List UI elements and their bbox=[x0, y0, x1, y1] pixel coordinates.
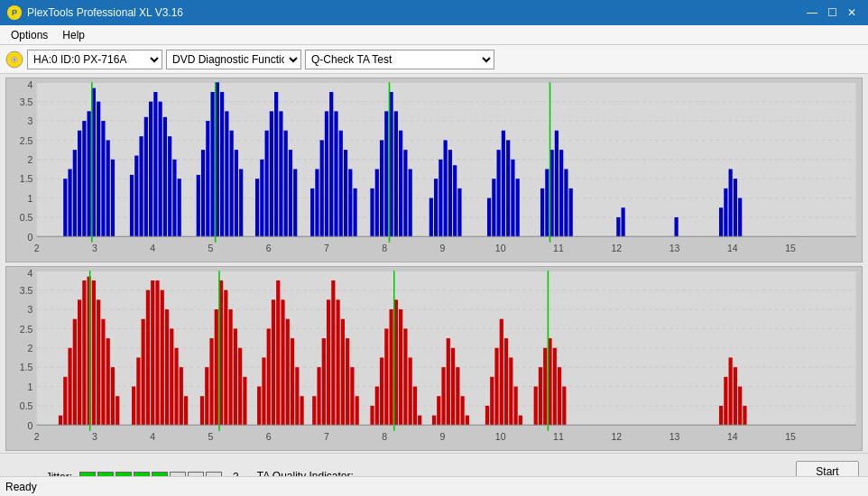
bottom-chart: 0 0.5 1 1.5 2 2.5 3 3.5 4 2 3 4 5 6 7 8 … bbox=[6, 267, 862, 450]
svg-text:3: 3 bbox=[28, 304, 33, 315]
svg-rect-90 bbox=[370, 188, 374, 236]
svg-rect-45 bbox=[101, 121, 105, 236]
svg-text:1.5: 1.5 bbox=[20, 363, 33, 373]
maximize-button[interactable]: ☐ bbox=[823, 4, 841, 22]
svg-rect-69 bbox=[239, 169, 243, 236]
function-select[interactable]: DVD Diagnostic Functions bbox=[166, 50, 301, 69]
svg-rect-184 bbox=[155, 280, 159, 425]
svg-rect-254 bbox=[553, 348, 557, 426]
svg-rect-112 bbox=[511, 160, 514, 237]
svg-rect-174 bbox=[101, 319, 105, 426]
svg-rect-200 bbox=[243, 377, 246, 425]
svg-rect-108 bbox=[492, 179, 495, 236]
svg-rect-223 bbox=[375, 387, 379, 426]
svg-rect-246 bbox=[504, 338, 508, 425]
svg-rect-259 bbox=[724, 377, 727, 425]
svg-rect-68 bbox=[235, 150, 238, 236]
svg-rect-240 bbox=[460, 396, 464, 425]
svg-rect-209 bbox=[291, 338, 294, 425]
svg-rect-104 bbox=[448, 150, 452, 236]
svg-rect-72 bbox=[260, 160, 263, 237]
svg-text:13: 13 bbox=[669, 243, 680, 253]
svg-text:2: 2 bbox=[34, 431, 40, 442]
svg-rect-198 bbox=[234, 329, 237, 426]
svg-text:7: 7 bbox=[324, 243, 329, 253]
svg-text:0.5: 0.5 bbox=[20, 212, 33, 223]
svg-rect-256 bbox=[562, 387, 566, 426]
svg-rect-81 bbox=[315, 169, 319, 236]
svg-text:14: 14 bbox=[727, 243, 738, 253]
svg-text:3: 3 bbox=[28, 115, 33, 126]
svg-rect-230 bbox=[409, 358, 412, 426]
main-content: 0 0.5 1 1.5 2 2.5 3 3.5 4 2 3 4 5 6 7 8 … bbox=[0, 74, 868, 476]
svg-rect-125 bbox=[719, 207, 723, 236]
svg-rect-75 bbox=[274, 92, 278, 236]
svg-text:10: 10 bbox=[495, 243, 506, 253]
svg-rect-188 bbox=[174, 348, 178, 426]
svg-text:15: 15 bbox=[785, 243, 796, 253]
svg-text:1.5: 1.5 bbox=[20, 173, 33, 184]
svg-rect-194 bbox=[215, 309, 218, 425]
svg-rect-78 bbox=[289, 150, 292, 236]
svg-rect-204 bbox=[267, 329, 271, 426]
svg-rect-100 bbox=[429, 198, 433, 237]
svg-rect-97 bbox=[403, 150, 407, 236]
svg-rect-232 bbox=[418, 416, 421, 426]
svg-rect-210 bbox=[295, 367, 299, 425]
test-select[interactable]: Q-Check TA Test bbox=[305, 50, 494, 69]
svg-rect-220 bbox=[350, 367, 354, 425]
svg-rect-123 bbox=[622, 207, 625, 236]
svg-text:3: 3 bbox=[92, 431, 97, 442]
svg-rect-226 bbox=[389, 309, 392, 425]
svg-text:9: 9 bbox=[440, 431, 446, 442]
svg-rect-243 bbox=[490, 377, 494, 425]
svg-rect-176 bbox=[111, 367, 115, 425]
svg-rect-219 bbox=[346, 338, 349, 425]
svg-rect-249 bbox=[519, 416, 522, 426]
charts-area: 0 0.5 1 1.5 2 2.5 3 3.5 4 2 3 4 5 6 7 8 … bbox=[0, 74, 868, 453]
svg-rect-101 bbox=[434, 179, 438, 236]
menu-options[interactable]: Options bbox=[4, 27, 55, 43]
svg-rect-98 bbox=[409, 169, 412, 236]
svg-text:2.5: 2.5 bbox=[20, 135, 33, 146]
svg-rect-197 bbox=[228, 309, 232, 425]
svg-rect-120 bbox=[569, 188, 573, 236]
svg-rect-193 bbox=[209, 338, 213, 425]
svg-rect-205 bbox=[272, 299, 275, 425]
svg-rect-65 bbox=[220, 92, 224, 236]
svg-rect-83 bbox=[325, 111, 328, 236]
svg-text:13: 13 bbox=[669, 431, 680, 442]
svg-rect-196 bbox=[224, 290, 227, 426]
svg-text:9: 9 bbox=[440, 243, 446, 253]
svg-rect-185 bbox=[161, 290, 164, 426]
svg-rect-262 bbox=[738, 387, 742, 426]
svg-text:11: 11 bbox=[553, 431, 564, 442]
svg-rect-252 bbox=[543, 348, 547, 426]
svg-rect-93 bbox=[384, 111, 388, 236]
svg-text:4: 4 bbox=[28, 79, 33, 90]
svg-rect-44 bbox=[97, 102, 100, 237]
svg-rect-58 bbox=[172, 160, 176, 237]
svg-rect-213 bbox=[317, 367, 320, 425]
close-button[interactable]: ✕ bbox=[843, 4, 861, 22]
svg-rect-245 bbox=[500, 319, 503, 426]
drive-select[interactable]: HA:0 ID:0 PX-716A bbox=[27, 50, 162, 69]
svg-text:3.5: 3.5 bbox=[20, 285, 33, 296]
svg-rect-242 bbox=[485, 406, 489, 425]
svg-text:7: 7 bbox=[324, 431, 329, 442]
svg-text:2: 2 bbox=[34, 243, 40, 253]
svg-text:4: 4 bbox=[150, 243, 155, 253]
svg-rect-215 bbox=[327, 299, 330, 425]
menu-help[interactable]: Help bbox=[55, 27, 92, 43]
svg-rect-85 bbox=[334, 111, 337, 236]
start-button[interactable]: Start bbox=[796, 461, 859, 476]
svg-rect-258 bbox=[719, 406, 723, 425]
svg-text:5: 5 bbox=[208, 243, 214, 253]
svg-rect-61 bbox=[201, 150, 205, 236]
minimize-button[interactable]: — bbox=[803, 4, 821, 22]
svg-rect-66 bbox=[225, 111, 228, 236]
svg-rect-111 bbox=[506, 140, 510, 236]
svg-rect-172 bbox=[92, 280, 96, 425]
svg-text:1: 1 bbox=[28, 381, 33, 392]
svg-rect-84 bbox=[329, 92, 333, 236]
